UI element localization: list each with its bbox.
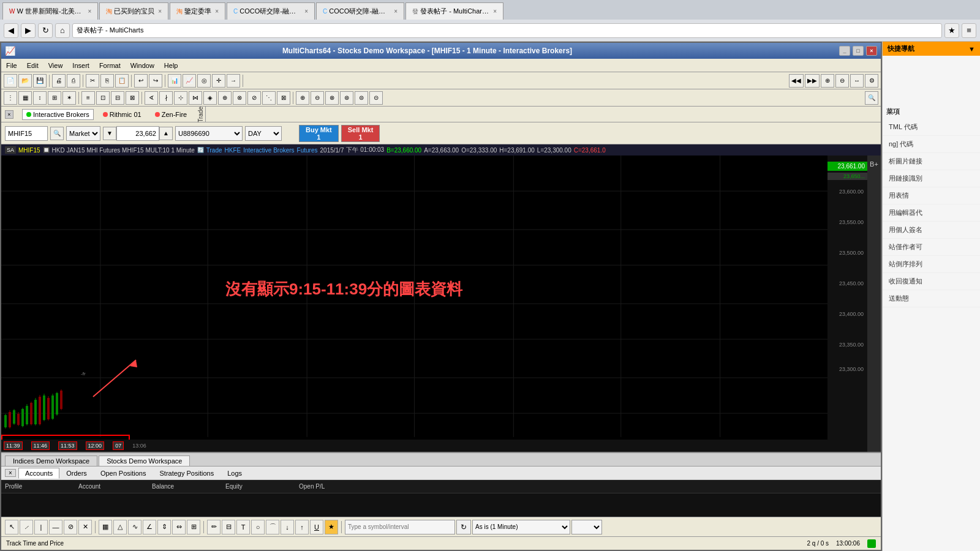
tb2-17[interactable]: ⊘ — [247, 91, 261, 105]
draw-text[interactable]: T — [236, 520, 250, 534]
tb-zoom-out[interactable]: ▶▶ — [805, 74, 820, 88]
interval-select2[interactable] — [571, 520, 602, 534]
price-input[interactable] — [116, 126, 159, 141]
tb-new[interactable]: 📄 — [4, 74, 17, 88]
right-panel-item-2[interactable]: 析圖片鏈接 — [883, 153, 980, 170]
tb-arrow[interactable]: → — [227, 74, 240, 88]
tb2-22[interactable]: ⊗ — [325, 91, 339, 105]
draw-pitch[interactable]: ⇕ — [157, 520, 171, 534]
draw-channel[interactable]: ⇔ — [172, 520, 186, 534]
menu-view[interactable]: View — [43, 61, 68, 70]
tab-6-close[interactable]: × — [493, 8, 497, 15]
tab-2[interactable]: 淘 已买到的宝贝 × — [99, 2, 168, 20]
tb-chart2[interactable]: 📈 — [183, 74, 196, 88]
tb-signal[interactable]: ◎ — [197, 74, 211, 88]
right-panel-item-1[interactable]: ng] 代碼 — [883, 136, 980, 153]
b-plus-button[interactable]: B+ — [867, 158, 881, 170]
acc-tab-logs[interactable]: Logs — [221, 468, 249, 479]
draw-cursor[interactable]: ↖ — [5, 520, 18, 534]
symbol-input[interactable] — [5, 126, 48, 141]
draw-ray[interactable]: ⊘ — [64, 520, 77, 534]
menu-edit[interactable]: Edit — [22, 61, 43, 70]
tb-zoom2[interactable]: ⊖ — [835, 74, 849, 88]
address-bar[interactable] — [72, 23, 942, 38]
menu-window[interactable]: Window — [126, 61, 159, 70]
tb2-14[interactable]: ◈ — [203, 91, 217, 105]
draw-pencil[interactable]: ✏ — [207, 520, 221, 534]
minimize-button[interactable]: _ — [839, 46, 850, 56]
right-panel-item-9[interactable]: 收回復通知 — [883, 273, 980, 290]
price-up-btn[interactable]: ▲ — [159, 127, 173, 140]
tab-1[interactable]: W W 世界新聞報-北美藝文新聞 × — [2, 2, 98, 20]
workspace-tab-stocks[interactable]: Stocks Demo Workspace — [99, 455, 190, 466]
draw-underline[interactable]: U — [310, 520, 323, 534]
tb-zoom1[interactable]: ⊕ — [821, 74, 834, 88]
home-button[interactable]: ⌂ — [55, 23, 70, 38]
tab-3-close[interactable]: × — [215, 8, 219, 15]
interval-select[interactable]: As is (1 Minute) — [472, 520, 570, 534]
draw-poly[interactable]: △ — [113, 520, 127, 534]
tab-1-close[interactable]: × — [88, 8, 91, 15]
tb2-6[interactable]: ≡ — [81, 91, 95, 105]
draw-line[interactable]: ⟋ — [20, 520, 33, 534]
acc-tab-accounts[interactable]: Accounts — [18, 468, 59, 479]
draw-ellipse[interactable]: ○ — [251, 520, 265, 534]
right-panel-item-5[interactable]: 用編輯器代 — [883, 204, 980, 222]
broker-tab-ib[interactable]: Interactive Brokers — [22, 109, 94, 120]
broker-row-close[interactable]: × — [5, 110, 13, 119]
tb2-12[interactable]: ⊹ — [174, 91, 187, 105]
back-button[interactable]: ◀ — [4, 23, 18, 38]
menu-insert[interactable]: Insert — [67, 61, 94, 70]
draw-arc[interactable]: ⌒ — [266, 520, 279, 534]
symbol-interval-input[interactable] — [345, 520, 455, 534]
right-panel-item-0[interactable]: TML 代碼 — [883, 119, 980, 136]
tb2-11[interactable]: ∤ — [159, 91, 173, 105]
menu-help[interactable]: Help — [159, 61, 183, 70]
draw-cross[interactable]: ✕ — [78, 520, 92, 534]
buy-market-button[interactable]: Buy Mkt 1 — [299, 125, 339, 142]
broker-tab-zen[interactable]: Zen-Fire — [151, 109, 192, 120]
chart-canvas[interactable]: -fr 沒有顯示9:15-11:39分的圖表 — [1, 156, 827, 452]
workspace-tab-indices[interactable]: Indices Demo Workspace — [5, 455, 97, 466]
right-panel-item-6[interactable]: 用個人簽名 — [883, 222, 980, 239]
tb-cross[interactable]: ✛ — [212, 74, 225, 88]
account-panel-close[interactable]: × — [5, 469, 16, 477]
tb-open[interactable]: 📂 — [18, 74, 32, 88]
draw-up-arrow[interactable]: ↑ — [295, 520, 309, 534]
draw-down-arrow[interactable]: ↓ — [281, 520, 294, 534]
tb2-15[interactable]: ⊕ — [218, 91, 232, 105]
tb2-18[interactable]: ⋱ — [262, 91, 276, 105]
account-select[interactable]: U8896690 — [175, 126, 243, 141]
menu-format[interactable]: Format — [94, 61, 126, 70]
tb2-20[interactable]: ⊕ — [296, 91, 309, 105]
tb2-21[interactable]: ⊖ — [311, 91, 324, 105]
tb2-23[interactable]: ⊛ — [340, 91, 353, 105]
tb2-1[interactable]: ⋮ — [4, 91, 17, 105]
tb-redo[interactable]: ↪ — [149, 74, 162, 88]
tab-4[interactable]: C COCO研交障-融資 設置 × — [227, 2, 315, 20]
menu-file[interactable]: File — [1, 61, 22, 70]
draw-rect[interactable]: ▦ — [99, 520, 112, 534]
tab-5-close[interactable]: × — [394, 8, 398, 15]
draw-table[interactable]: ⊟ — [222, 520, 235, 534]
tb2-2[interactable]: ▦ — [18, 91, 32, 105]
tb2-9[interactable]: ⊠ — [126, 91, 139, 105]
tb2-5[interactable]: ✶ — [62, 91, 76, 105]
tb-cut[interactable]: ✂ — [86, 74, 99, 88]
draw-hline[interactable]: — — [49, 520, 62, 534]
refresh-interval-btn[interactable]: ↻ — [456, 520, 471, 534]
close-button[interactable]: × — [866, 46, 877, 56]
tb-print2[interactable]: ⎙ — [67, 74, 80, 88]
right-panel-item-8[interactable]: 站倒序排列 — [883, 256, 980, 273]
tb-copy[interactable]: ⎘ — [100, 74, 114, 88]
tb2-7[interactable]: ⊡ — [96, 91, 110, 105]
draw-highlight[interactable]: ★ — [325, 520, 338, 534]
tb2-16[interactable]: ⊗ — [233, 91, 246, 105]
symbol-search-button[interactable]: 🔍 — [50, 127, 64, 140]
draw-fib[interactable]: ∿ — [128, 520, 141, 534]
broker-tab-rithmic[interactable]: Rithmic 01 — [99, 109, 146, 120]
acc-tab-orders[interactable]: Orders — [59, 468, 94, 479]
tab-4-close[interactable]: × — [304, 8, 308, 15]
tb-undo[interactable]: ↩ — [134, 74, 148, 88]
tb2-10[interactable]: ∢ — [145, 91, 158, 105]
